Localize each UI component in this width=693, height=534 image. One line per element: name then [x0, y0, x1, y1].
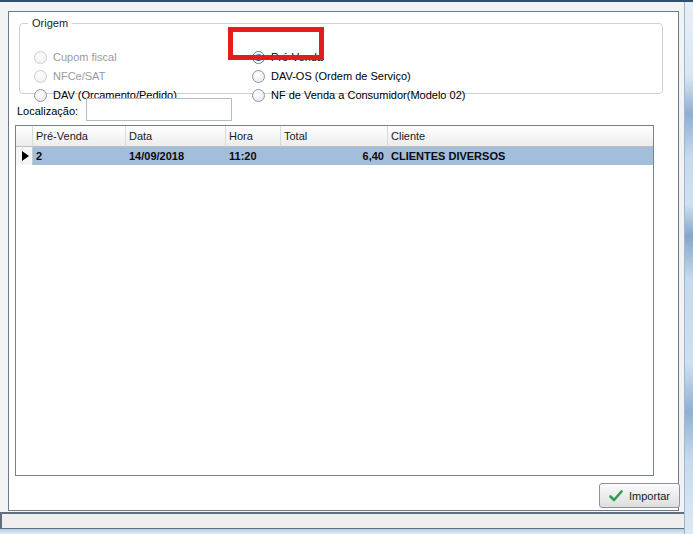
current-row-arrow-icon	[22, 151, 29, 161]
radio-cupom-fiscal-label: Cupom fiscal	[53, 51, 117, 63]
origem-groupbox: Origem Cupom fiscal NFCe/SAT DAV (Orçame…	[19, 23, 663, 94]
import-dialog-panel: Origem Cupom fiscal NFCe/SAT DAV (Orçame…	[8, 11, 679, 511]
radio-pre-venda[interactable]: Pré-Venda	[252, 49, 323, 65]
importar-button[interactable]: Importar	[599, 483, 680, 508]
localizacao-label: Localização:	[17, 105, 78, 117]
origem-groupbox-label: Origem	[28, 17, 72, 29]
grid-header-indicator	[16, 126, 33, 147]
radio-dav-os-label: DAV-OS (Ordem de Serviço)	[271, 70, 411, 82]
radio-nf-consumidor[interactable]: NF de Venda a Consumidor(Modelo 02)	[252, 87, 465, 103]
table-row-selected[interactable]: 2 14/09/2018 11:20 6,40 CLIENTES DIVERSO…	[16, 147, 653, 165]
radio-button-icon	[34, 70, 47, 83]
radio-button-icon[interactable]	[34, 89, 47, 102]
cell-hora[interactable]: 11:20	[226, 147, 281, 165]
grid-header-row: Pré-Venda Data Hora Total Cliente	[16, 126, 653, 147]
cell-total[interactable]: 6,40	[281, 147, 388, 165]
cell-data[interactable]: 14/09/2018	[126, 147, 226, 165]
cell-pre-venda[interactable]: 2	[33, 147, 126, 165]
localizacao-input[interactable]	[86, 98, 232, 121]
cell-cliente[interactable]: CLIENTES DIVERSOS	[388, 147, 653, 165]
pre-venda-grid[interactable]: Pré-Venda Data Hora Total Cliente 2 14/0…	[15, 125, 654, 476]
grid-header-data[interactable]: Data	[126, 126, 226, 147]
window-right-edge	[684, 2, 693, 534]
check-icon	[609, 490, 623, 502]
radio-dav-os[interactable]: DAV-OS (Ordem de Serviço)	[252, 68, 411, 84]
grid-header-cliente[interactable]: Cliente	[388, 126, 653, 147]
grid-header-total[interactable]: Total	[281, 126, 388, 147]
window-bottom-border	[0, 529, 693, 534]
importar-button-label: Importar	[629, 490, 670, 502]
status-bar	[0, 512, 693, 529]
radio-button-icon[interactable]	[252, 70, 265, 83]
radio-cupom-fiscal: Cupom fiscal	[34, 49, 117, 65]
row-indicator-cell	[16, 147, 33, 165]
radio-button-icon	[34, 51, 47, 64]
radio-pre-venda-label: Pré-Venda	[271, 51, 323, 63]
radio-button-icon[interactable]	[252, 89, 265, 102]
radio-button-icon[interactable]	[252, 51, 265, 64]
grid-header-hora[interactable]: Hora	[226, 126, 281, 147]
radio-nfce-sat: NFCe/SAT	[34, 68, 105, 84]
grid-header-pre-venda[interactable]: Pré-Venda	[33, 126, 126, 147]
window-top-border	[0, 0, 693, 2]
radio-nf-consumidor-label: NF de Venda a Consumidor(Modelo 02)	[271, 89, 465, 101]
radio-nfce-sat-label: NFCe/SAT	[53, 70, 105, 82]
